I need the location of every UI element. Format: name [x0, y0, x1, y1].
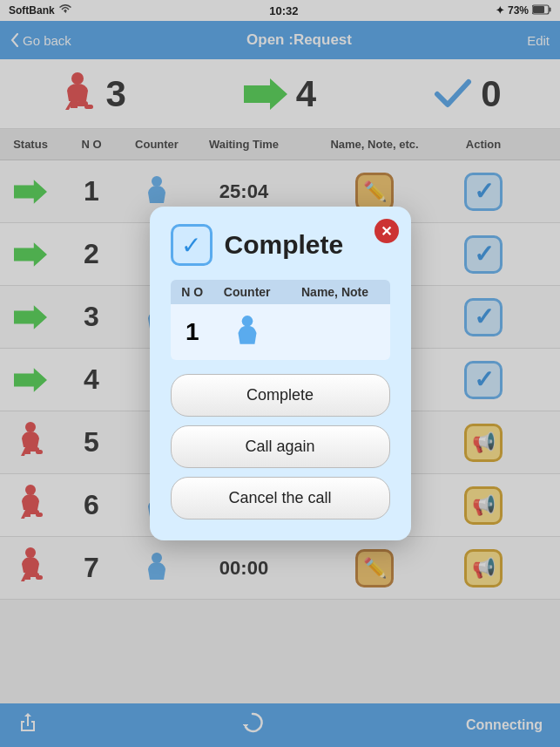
svg-point-24	[241, 316, 253, 327]
modal-table-header: N O Counter Name, Note	[171, 280, 390, 304]
modal-person-icon	[233, 315, 261, 350]
modal-header-counter: Counter	[214, 285, 280, 299]
modal-header-no: N O	[171, 285, 214, 299]
modal-check-icon: ✓	[171, 224, 213, 266]
checkmark-icon: ✓	[181, 231, 201, 260]
modal-title: Complete	[225, 230, 344, 260]
modal-row-no: 1	[171, 318, 214, 346]
modal-row-counter	[214, 315, 280, 350]
modal-overlay: ✕ ✓ Complete N O Counter Name, Note 1	[0, 0, 560, 747]
modal-close-button[interactable]: ✕	[374, 219, 399, 243]
modal-header-name: Name, Note	[280, 285, 390, 299]
modal-header: ✓ Complete	[171, 224, 390, 266]
call-again-button[interactable]: Call again	[171, 425, 390, 468]
cancel-call-button[interactable]: Cancel the call	[171, 477, 390, 520]
complete-button[interactable]: Complete	[171, 374, 390, 417]
complete-modal: ✕ ✓ Complete N O Counter Name, Note 1	[150, 207, 411, 540]
modal-table-row: 1	[171, 304, 390, 360]
